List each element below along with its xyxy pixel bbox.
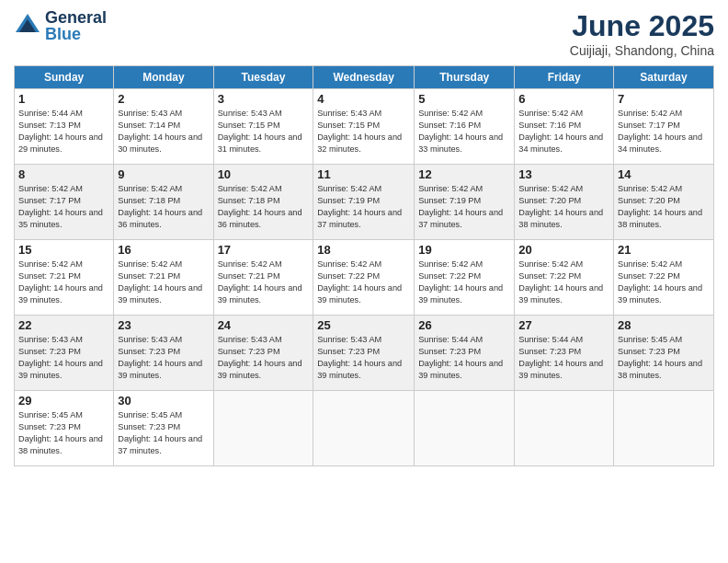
calendar-title: June 2025 [570, 9, 714, 43]
day-info: Sunrise: 5:45 AMSunset: 7:23 PMDaylight:… [18, 409, 109, 457]
calendar-row: 1Sunrise: 5:44 AMSunset: 7:13 PMDaylight… [15, 89, 714, 165]
day-info: Sunrise: 5:42 AMSunset: 7:22 PMDaylight:… [518, 259, 609, 306]
table-row: 8Sunrise: 5:42 AMSunset: 7:17 PMDaylight… [15, 165, 114, 240]
day-number: 13 [518, 167, 609, 181]
day-number: 20 [518, 243, 609, 257]
col-monday: Monday [114, 66, 213, 89]
day-number: 22 [18, 318, 109, 332]
day-number: 3 [218, 92, 310, 106]
col-wednesday: Wednesday [313, 66, 415, 89]
calendar-row: 8Sunrise: 5:42 AMSunset: 7:17 PMDaylight… [15, 165, 714, 240]
calendar-table: Sunday Monday Tuesday Wednesday Thursday… [14, 65, 714, 466]
day-info: Sunrise: 5:43 AMSunset: 7:23 PMDaylight:… [118, 334, 209, 382]
day-info: Sunrise: 5:43 AMSunset: 7:23 PMDaylight:… [317, 334, 410, 382]
day-info: Sunrise: 5:43 AMSunset: 7:14 PMDaylight:… [118, 108, 209, 155]
day-number: 30 [118, 394, 209, 408]
table-row: 6Sunrise: 5:42 AMSunset: 7:16 PMDaylight… [515, 89, 614, 165]
day-number: 1 [18, 92, 109, 106]
table-row: 12Sunrise: 5:42 AMSunset: 7:19 PMDayligh… [415, 165, 515, 240]
day-number: 6 [518, 92, 609, 106]
table-row: 4Sunrise: 5:43 AMSunset: 7:15 PMDaylight… [313, 89, 415, 165]
day-number: 29 [18, 394, 109, 408]
day-info: Sunrise: 5:42 AMSunset: 7:22 PMDaylight:… [418, 259, 510, 306]
table-row: 20Sunrise: 5:42 AMSunset: 7:22 PMDayligh… [515, 240, 614, 316]
table-row [515, 391, 614, 466]
col-thursday: Thursday [415, 66, 515, 89]
day-number: 4 [317, 92, 410, 106]
table-row: 17Sunrise: 5:42 AMSunset: 7:21 PMDayligh… [213, 240, 313, 316]
table-row: 24Sunrise: 5:43 AMSunset: 7:23 PMDayligh… [213, 316, 313, 391]
day-info: Sunrise: 5:42 AMSunset: 7:18 PMDaylight:… [218, 183, 310, 231]
day-number: 28 [618, 318, 710, 332]
day-info: Sunrise: 5:45 AMSunset: 7:23 PMDaylight:… [118, 409, 209, 457]
day-info: Sunrise: 5:43 AMSunset: 7:15 PMDaylight:… [317, 108, 410, 155]
table-row [415, 391, 515, 466]
day-info: Sunrise: 5:42 AMSunset: 7:20 PMDaylight:… [618, 183, 710, 231]
title-block: June 2025 Cuijiaji, Shandong, China [570, 9, 714, 58]
table-row: 1Sunrise: 5:44 AMSunset: 7:13 PMDaylight… [15, 89, 114, 165]
table-row: 3Sunrise: 5:43 AMSunset: 7:15 PMDaylight… [213, 89, 313, 165]
table-row: 29Sunrise: 5:45 AMSunset: 7:23 PMDayligh… [15, 391, 114, 466]
day-info: Sunrise: 5:42 AMSunset: 7:17 PMDaylight:… [618, 108, 710, 155]
table-row: 27Sunrise: 5:44 AMSunset: 7:23 PMDayligh… [515, 316, 614, 391]
calendar-row: 15Sunrise: 5:42 AMSunset: 7:21 PMDayligh… [15, 240, 714, 316]
day-number: 16 [118, 243, 209, 257]
day-info: Sunrise: 5:44 AMSunset: 7:23 PMDaylight:… [418, 334, 510, 382]
table-row: 2Sunrise: 5:43 AMSunset: 7:14 PMDaylight… [114, 89, 213, 165]
header: General Blue June 2025 Cuijiaji, Shandon… [14, 9, 714, 58]
day-info: Sunrise: 5:42 AMSunset: 7:17 PMDaylight:… [18, 183, 109, 231]
day-number: 19 [418, 243, 510, 257]
table-row: 28Sunrise: 5:45 AMSunset: 7:23 PMDayligh… [614, 316, 714, 391]
day-info: Sunrise: 5:43 AMSunset: 7:23 PMDaylight:… [18, 334, 109, 382]
day-number: 14 [618, 167, 710, 181]
day-number: 2 [118, 92, 209, 106]
table-row: 13Sunrise: 5:42 AMSunset: 7:20 PMDayligh… [515, 165, 614, 240]
day-number: 25 [317, 318, 410, 332]
calendar-subtitle: Cuijiaji, Shandong, China [570, 43, 714, 58]
day-info: Sunrise: 5:42 AMSunset: 7:21 PMDaylight:… [18, 259, 109, 306]
table-row: 25Sunrise: 5:43 AMSunset: 7:23 PMDayligh… [313, 316, 415, 391]
day-info: Sunrise: 5:42 AMSunset: 7:18 PMDaylight:… [118, 183, 209, 231]
day-info: Sunrise: 5:42 AMSunset: 7:21 PMDaylight:… [218, 259, 310, 306]
table-row: 7Sunrise: 5:42 AMSunset: 7:17 PMDaylight… [614, 89, 714, 165]
day-number: 8 [18, 167, 109, 181]
calendar-header-row: Sunday Monday Tuesday Wednesday Thursday… [15, 66, 714, 89]
day-number: 9 [118, 167, 209, 181]
col-saturday: Saturday [614, 66, 714, 89]
table-row: 26Sunrise: 5:44 AMSunset: 7:23 PMDayligh… [415, 316, 515, 391]
day-info: Sunrise: 5:44 AMSunset: 7:23 PMDaylight:… [518, 334, 609, 382]
table-row [213, 391, 313, 466]
day-info: Sunrise: 5:45 AMSunset: 7:23 PMDaylight:… [618, 334, 710, 382]
page: General Blue June 2025 Cuijiaji, Shandon… [0, 0, 728, 476]
day-info: Sunrise: 5:44 AMSunset: 7:13 PMDaylight:… [18, 108, 109, 155]
table-row: 5Sunrise: 5:42 AMSunset: 7:16 PMDaylight… [415, 89, 515, 165]
day-number: 17 [218, 243, 310, 257]
table-row: 14Sunrise: 5:42 AMSunset: 7:20 PMDayligh… [614, 165, 714, 240]
logo-icon [14, 12, 41, 40]
table-row: 16Sunrise: 5:42 AMSunset: 7:21 PMDayligh… [114, 240, 213, 316]
day-info: Sunrise: 5:42 AMSunset: 7:21 PMDaylight:… [118, 259, 209, 306]
calendar-row: 29Sunrise: 5:45 AMSunset: 7:23 PMDayligh… [15, 391, 714, 466]
table-row [614, 391, 714, 466]
table-row: 21Sunrise: 5:42 AMSunset: 7:22 PMDayligh… [614, 240, 714, 316]
logo-general: General [45, 9, 107, 26]
logo: General Blue [14, 9, 107, 42]
day-info: Sunrise: 5:42 AMSunset: 7:19 PMDaylight:… [418, 183, 510, 231]
table-row: 19Sunrise: 5:42 AMSunset: 7:22 PMDayligh… [415, 240, 515, 316]
day-info: Sunrise: 5:43 AMSunset: 7:15 PMDaylight:… [218, 108, 310, 155]
day-number: 15 [18, 243, 109, 257]
day-number: 26 [418, 318, 510, 332]
logo-blue: Blue [45, 26, 107, 42]
table-row: 9Sunrise: 5:42 AMSunset: 7:18 PMDaylight… [114, 165, 213, 240]
day-info: Sunrise: 5:43 AMSunset: 7:23 PMDaylight:… [218, 334, 310, 382]
table-row: 22Sunrise: 5:43 AMSunset: 7:23 PMDayligh… [15, 316, 114, 391]
table-row: 18Sunrise: 5:42 AMSunset: 7:22 PMDayligh… [313, 240, 415, 316]
day-number: 11 [317, 167, 410, 181]
logo-text: General Blue [45, 9, 107, 42]
day-info: Sunrise: 5:42 AMSunset: 7:16 PMDaylight:… [518, 108, 609, 155]
table-row: 30Sunrise: 5:45 AMSunset: 7:23 PMDayligh… [114, 391, 213, 466]
table-row [313, 391, 415, 466]
col-sunday: Sunday [15, 66, 114, 89]
day-number: 10 [218, 167, 310, 181]
table-row: 10Sunrise: 5:42 AMSunset: 7:18 PMDayligh… [213, 165, 313, 240]
